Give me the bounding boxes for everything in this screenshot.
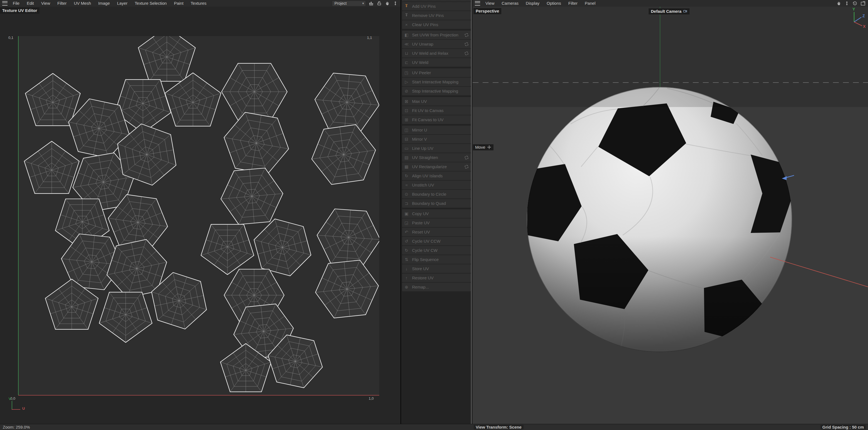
uv-command-line-up-uv[interactable]: ▭Line Up UV (402, 144, 471, 153)
project-dropdown[interactable]: Project ▾ (332, 1, 366, 6)
uv-unwrap-options-gear-icon[interactable] (465, 42, 468, 46)
uv-corner-label-11: 1,1 (367, 36, 372, 40)
viewport-menu-icon[interactable] (475, 1, 480, 5)
camera-label[interactable]: Default Camera (649, 8, 689, 14)
uv-island-27[interactable] (317, 209, 379, 266)
uv-command-cycle-uv-ccw[interactable]: ↺Cycle UV CCW (402, 237, 471, 245)
uv-island-15[interactable] (221, 168, 283, 224)
uv-peeler-icon: ◳ (403, 70, 410, 75)
stop-interactive-mapping-label: Stop Interactive Mapping (412, 89, 471, 93)
copy-uv-label: Copy UV (412, 211, 471, 216)
uv-command-uv-unwrap[interactable]: ≪UV Unwrap (402, 40, 471, 49)
uv-command-uv-peeler[interactable]: ◳UV Peeler (402, 68, 471, 77)
menu-view[interactable]: View (482, 0, 498, 7)
status-zoom: Zoom: 259.0% (3, 425, 30, 429)
uv-rectangularize-icon: ▦ (403, 164, 410, 169)
camera-label-text: Default Camera (651, 9, 681, 13)
uv-command-restore-uv[interactable]: ↑Restore UV (402, 274, 471, 282)
orbit-rotate-icon[interactable] (852, 1, 858, 6)
uv-island-4[interactable] (222, 63, 287, 120)
uv-straighten-options-gear-icon[interactable] (465, 156, 468, 159)
menu-view[interactable]: View (37, 0, 54, 7)
histogram-icon[interactable] (368, 1, 374, 6)
uv-command-mirror-v[interactable]: ⊟Mirror V (402, 135, 471, 144)
uv-command-remove-uv-pins[interactable]: Remove UV Pins (402, 11, 471, 20)
menu-layer[interactable]: Layer (114, 0, 131, 7)
uv-rectangularize-options-gear-icon[interactable] (465, 165, 468, 169)
move-tooltip-text: Move (475, 145, 486, 150)
uv-command-set-uvw-from-projection[interactable]: ◧Set UVW from Projection (402, 31, 471, 39)
uv-command-stop-interactive-mapping[interactable]: ⊘Stop Interactive Mapping (402, 87, 471, 95)
menu-filter[interactable]: Filter (565, 0, 581, 7)
uv-command-clear-uv-pins[interactable]: ×Clear UV Pins (402, 20, 471, 29)
menu-panel[interactable]: Panel (581, 0, 599, 7)
uv-command-max-uv[interactable]: ⊠Max UV (402, 97, 471, 105)
uv-command-align-uv-islands[interactable]: ↻Align UV Islands (402, 172, 471, 180)
menu-cameras[interactable]: Cameras (498, 0, 522, 7)
uv-command-flip-sequence[interactable]: ⇅Flip Sequence (402, 255, 471, 264)
uv-command-reset-uv[interactable]: ↶Reset UV (402, 228, 471, 236)
menu-image[interactable]: Image (95, 0, 114, 7)
render-safe-overlay (473, 7, 868, 107)
maximize-view-icon[interactable] (860, 1, 866, 6)
uv-command-fit-canvas-to-uv[interactable]: ⊞Fit Canvas to UV (402, 115, 471, 124)
uv-command-add-uv-pins[interactable]: Add UV Pins (402, 2, 471, 10)
menu-filter[interactable]: Filter (54, 0, 70, 7)
panel-drag-handle[interactable] (402, 1, 471, 1)
uv-island-10[interactable] (24, 141, 79, 193)
uv-command-uv-weld[interactable]: ⊏UV Weld (402, 58, 471, 67)
uv-island-28[interactable] (316, 260, 379, 318)
store-uv-label: Store UV (412, 266, 471, 271)
soccer-ball[interactable] (527, 87, 793, 352)
uv-corner-label-01: 0,1 (8, 36, 13, 40)
uv-island-1[interactable] (138, 36, 195, 81)
pan-hand-icon[interactable] (836, 1, 842, 6)
uv-island-17[interactable] (254, 219, 311, 276)
boundary-to-quad-icon: ⊐ (403, 201, 410, 206)
uv-island-7[interactable] (312, 125, 376, 184)
uv-command-uv-straighten[interactable]: ▤UV Straighten (402, 153, 471, 162)
uv-gizmo-u-line (12, 409, 20, 410)
move-tool-tooltip: Move (473, 144, 494, 150)
uv-command-paste-uv[interactable]: ◲Paste UV (402, 218, 471, 227)
menu-uv-mesh[interactable]: UV Mesh (70, 0, 95, 7)
uv-command-boundary-to-quad[interactable]: ⊐Boundary to Quad (402, 199, 471, 208)
viewport-view-label: Perspective (473, 8, 501, 14)
uv-island-6[interactable] (315, 73, 379, 131)
uv-command-remap[interactable]: ⊕Remap... (402, 283, 471, 291)
dolly-updown-icon[interactable] (844, 1, 850, 6)
set-uvw-from-projection-options-gear-icon[interactable] (465, 33, 468, 37)
cycle-uv-ccw-label: Cycle UV CCW (412, 239, 471, 244)
menu-options[interactable]: Options (543, 0, 565, 7)
uv-command-start-interactive-mapping[interactable]: ▷Start Interactive Mapping (402, 78, 471, 86)
uv-command-cycle-uv-cw[interactable]: ↻Cycle UV CW (402, 246, 471, 255)
menu-icon[interactable] (2, 1, 7, 5)
menu-display[interactable]: Display (522, 0, 543, 7)
menu-texture-selection[interactable]: Texture Selection (131, 0, 170, 7)
menu-textures[interactable]: Textures (187, 0, 210, 7)
pan-hand-icon[interactable] (384, 1, 390, 6)
uv-editor-title: Texture UV Editor (0, 7, 39, 13)
menu-file[interactable]: File (9, 0, 23, 7)
flip-sequence-label: Flip Sequence (412, 257, 471, 262)
uv-command-mirror-u[interactable]: ◫Mirror U (402, 126, 471, 134)
zoom-updown-icon[interactable] (393, 1, 398, 6)
store-uv-icon: ↓ (403, 266, 410, 271)
uv-editor-menubar: FileEditViewFilterUV MeshImageLayerTextu… (0, 0, 400, 7)
uv-island-16[interactable] (201, 224, 254, 275)
menu-edit[interactable]: Edit (23, 0, 37, 7)
uv-command-uv-rectangularize[interactable]: ▦UV Rectangularize (402, 162, 471, 171)
uv-island-22[interactable] (99, 292, 152, 342)
uv-command-fit-uv-to-canvas[interactable]: ⊡Fit UV to Canvas (402, 106, 471, 115)
uv-island-5[interactable] (224, 112, 288, 174)
uv-weld-and-relax-options-gear-icon[interactable] (465, 52, 468, 55)
uv-command-boundary-to-circle[interactable]: ⊙Boundary to Circle (402, 190, 471, 198)
panel-splitter[interactable] (471, 0, 471, 424)
flip-sequence-icon: ⇅ (403, 257, 410, 262)
uv-command-copy-uv[interactable]: ▣Copy UV (402, 209, 471, 218)
uv-command-unstitch-uv[interactable]: ≈Unstitch UV (402, 181, 471, 189)
menu-paint[interactable]: Paint (170, 0, 187, 7)
uv-command-store-uv[interactable]: ↓Store UV (402, 264, 471, 273)
lock-icon[interactable] (376, 1, 382, 6)
uv-command-uv-weld-and-relax[interactable]: ⊔UV Weld and Relax (402, 49, 471, 58)
